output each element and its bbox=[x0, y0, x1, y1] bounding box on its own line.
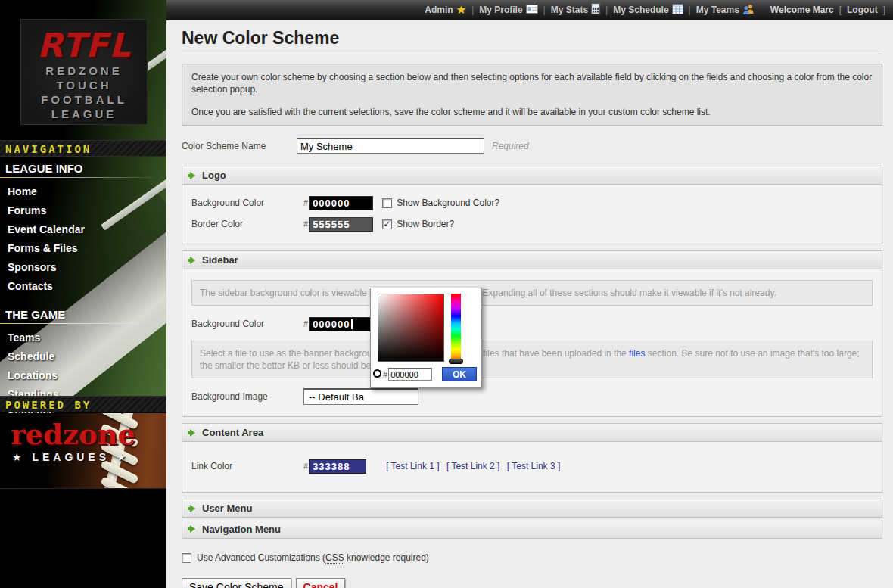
calculator-icon bbox=[591, 3, 600, 17]
arrow-right-icon bbox=[190, 257, 195, 264]
scheme-name-input[interactable] bbox=[297, 138, 484, 154]
color-picker-popup: # OK bbox=[370, 288, 482, 388]
field-label: Link Color bbox=[191, 461, 303, 471]
background-image-select[interactable]: -- Default Ba bbox=[303, 388, 418, 405]
redzone-leagues-logo[interactable]: redzone ★ LEAGUES ★ bbox=[0, 413, 166, 489]
sidebar-item-forms-files[interactable]: Forms & Files bbox=[0, 239, 166, 258]
group-icon bbox=[742, 4, 755, 17]
section-title-content-area: Content Area bbox=[202, 427, 263, 438]
swatch-value: 000000 bbox=[313, 319, 350, 330]
hash-prefix: # bbox=[383, 370, 387, 379]
sidebar: RTFL REDZONE TOUCH FOOTBALL LEAGUE NAVIG… bbox=[0, 0, 166, 588]
topbar-item-my-profile[interactable]: My Profile bbox=[479, 4, 537, 16]
sidebar-item-event-calendar[interactable]: Event Calendar bbox=[0, 220, 166, 239]
advanced-customizations-checkbox[interactable] bbox=[182, 553, 191, 563]
test-link-2[interactable]: [ Test Link 2 ] bbox=[446, 461, 499, 471]
nav-heading-rule bbox=[0, 177, 166, 178]
sidebar-item-contacts[interactable]: Contacts bbox=[0, 277, 166, 296]
arrow-right-icon bbox=[190, 505, 195, 512]
intro-paragraph: Once you are satisfied with the current … bbox=[191, 106, 873, 118]
logo-border-color-swatch[interactable]: 555555 bbox=[309, 217, 373, 232]
test-link-3[interactable]: [ Test Link 3 ] bbox=[507, 461, 560, 471]
color-cursor-circle[interactable] bbox=[373, 369, 381, 378]
cancel-button[interactable]: Cancel bbox=[296, 578, 346, 588]
star-icon: ★ bbox=[456, 3, 466, 17]
main-content: New Color Scheme Create your own color s… bbox=[166, 20, 893, 588]
hex-value-input[interactable] bbox=[388, 368, 432, 381]
logo-background-color-swatch[interactable]: 000000 bbox=[309, 196, 373, 210]
topbar-item-my-schedule[interactable]: My Schedule bbox=[613, 3, 683, 17]
sidebar-item-locations[interactable]: Locations bbox=[0, 366, 166, 385]
rtfl-logo-acronym: RTFL bbox=[21, 27, 147, 64]
calendar-icon bbox=[672, 3, 683, 17]
topbar-item-my-stats[interactable]: My Stats bbox=[551, 3, 600, 17]
show-border-checkbox[interactable]: ✓ bbox=[382, 219, 392, 229]
sidebar-background-color-swatch[interactable]: 000000 bbox=[309, 317, 373, 331]
arrow-right-icon bbox=[190, 429, 195, 437]
welcome-text: Welcome Marc bbox=[770, 5, 834, 15]
redzone-logo-name: redzone bbox=[11, 419, 135, 450]
intro-box: Create your own color scheme by choosing… bbox=[182, 64, 882, 126]
swatch-value: 555555 bbox=[313, 219, 350, 230]
files-link[interactable]: files bbox=[629, 348, 645, 359]
topbar-separator: | bbox=[689, 5, 691, 15]
field-label: Background Color bbox=[191, 198, 303, 208]
section-header-sidebar[interactable]: Sidebar bbox=[182, 250, 882, 269]
logout-bracket: ] bbox=[883, 5, 885, 15]
sidebar-item-sponsors[interactable]: Sponsors bbox=[0, 258, 166, 277]
topbar-my-teams-label: My Teams bbox=[696, 5, 739, 15]
topbar-item-my-teams[interactable]: My Teams bbox=[696, 4, 755, 17]
page-title: New Color Scheme bbox=[182, 28, 882, 54]
ok-button[interactable]: OK bbox=[442, 367, 477, 381]
navigation-banner: NAVIGATION bbox=[0, 140, 166, 157]
show-background-color-wrap: Show Background Color? bbox=[382, 198, 499, 208]
checkmark: ✓ bbox=[384, 219, 391, 229]
advanced-label-post: knowledge required) bbox=[344, 552, 429, 563]
rtfl-logo-line: REDZONE bbox=[21, 64, 147, 78]
sidebar-item-teams[interactable]: Teams bbox=[0, 328, 166, 347]
topbar-item-admin[interactable]: Admin ★ bbox=[425, 3, 466, 17]
hue-slider[interactable] bbox=[451, 294, 461, 362]
show-background-color-label: Show Background Color? bbox=[397, 198, 499, 208]
logout-link[interactable]: Logout bbox=[847, 5, 878, 15]
logo-border-color-row: Border Color # 555555 ✓ Show Border? bbox=[191, 213, 873, 235]
swatch-value: 000000 bbox=[313, 198, 350, 209]
hue-slider-handle[interactable] bbox=[449, 359, 463, 364]
color-picker-bottom: # OK bbox=[378, 367, 477, 381]
section-header-logo[interactable]: Logo bbox=[182, 166, 882, 185]
css-abbr: CSS bbox=[325, 552, 344, 564]
nav-heading-rule bbox=[0, 323, 166, 324]
note-text: files that have been uploaded in the bbox=[483, 348, 629, 359]
advanced-customizations-row: Use Advanced Customizations (CSS knowled… bbox=[182, 552, 882, 563]
arrow-right-icon bbox=[190, 525, 195, 533]
rtfl-logo-line: TOUCH bbox=[21, 78, 147, 92]
form-buttons: Save Color Scheme Cancel bbox=[182, 578, 882, 588]
show-background-color-checkbox[interactable] bbox=[382, 198, 392, 208]
background-image-note-box: Select a file to use as the banner backg… bbox=[191, 341, 873, 378]
section-header-navigation-menu[interactable]: Navigation Menu bbox=[182, 520, 882, 539]
save-color-scheme-button[interactable]: Save Color Scheme bbox=[182, 578, 291, 588]
rtfl-logo[interactable]: RTFL REDZONE TOUCH FOOTBALL LEAGUE bbox=[20, 19, 148, 125]
test-link-1[interactable]: [ Test Link 1 ] bbox=[386, 461, 439, 471]
saturation-value-square[interactable] bbox=[378, 294, 444, 362]
logo-background-color-row: Background Color # 000000 Show Backgroun… bbox=[191, 192, 873, 213]
scheme-name-label: Color Scheme Name bbox=[182, 141, 297, 151]
text-caret bbox=[351, 319, 353, 329]
sidebar-nav: LEAGUE INFO Home Forums Event Calendar F… bbox=[0, 159, 166, 423]
link-color-swatch[interactable]: 333388 bbox=[309, 459, 366, 474]
sidebar-item-schedule[interactable]: Schedule bbox=[0, 347, 166, 366]
topbar-my-schedule-label: My Schedule bbox=[613, 5, 668, 15]
section-body-logo: Background Color # 000000 Show Backgroun… bbox=[182, 185, 882, 244]
nav-heading-the-game: THE GAME bbox=[0, 305, 166, 323]
section-header-user-menu[interactable]: User Menu bbox=[182, 499, 882, 518]
hash-prefix: # bbox=[303, 198, 308, 207]
link-color-row: Link Color # 333388 [ Test Link 1 ] [ Te… bbox=[191, 450, 873, 483]
topbar-separator: | bbox=[471, 5, 474, 15]
section-header-content-area[interactable]: Content Area bbox=[182, 423, 882, 442]
note-text: Select a file to use as the banner backg… bbox=[200, 348, 384, 359]
sidebar-item-forums[interactable]: Forums bbox=[0, 201, 166, 220]
swatch-value: 333388 bbox=[313, 461, 350, 472]
sidebar-item-home[interactable]: Home bbox=[0, 182, 166, 201]
show-border-label: Show Border? bbox=[397, 219, 454, 229]
nav-gap bbox=[0, 296, 166, 305]
